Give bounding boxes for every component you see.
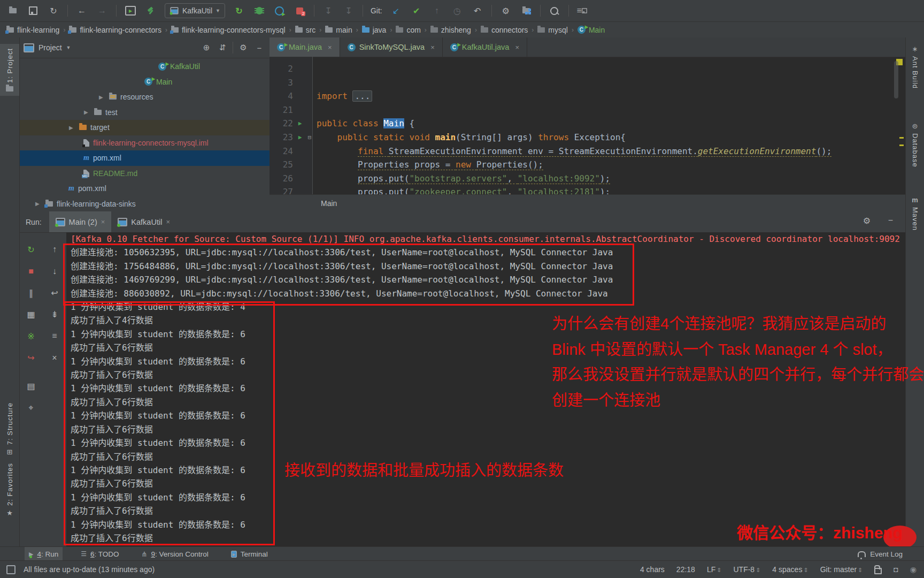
open-folder-icon[interactable] (6, 4, 19, 17)
code-line[interactable]: 23▶⊟ public static void main(String[] ar… (270, 131, 906, 144)
collapse-all-icon[interactable]: ⇵ (217, 43, 228, 52)
forward-icon[interactable]: → (96, 4, 109, 17)
breadcrumb-item[interactable]: zhisheng (429, 26, 472, 34)
tool-button-maven[interactable]: m Maven (906, 196, 924, 231)
git-commit-icon[interactable]: ✔ (410, 4, 423, 17)
tree-item[interactable]: CMain (19, 74, 270, 90)
tool-button-terminal[interactable]: ▸ Terminal (227, 547, 272, 561)
breadcrumb-item[interactable]: src (294, 26, 317, 34)
encoding-widget[interactable]: UTF-8⇕ (733, 565, 760, 574)
rollback-icon[interactable]: ↶ (471, 4, 484, 17)
export-icon[interactable]: ↧ (342, 4, 355, 17)
git-push-icon[interactable]: ↑ (430, 4, 443, 17)
tool-button-run[interactable]: ▶ 4: Run (25, 547, 63, 561)
editor-breadcrumb-item[interactable]: Main (321, 199, 337, 208)
code-line[interactable]: 3 (270, 76, 906, 90)
close-icon[interactable]: × (166, 218, 170, 226)
coverage-icon[interactable] (273, 4, 286, 17)
project-panel-title[interactable]: Project (38, 43, 62, 52)
chevron-down-icon[interactable]: ▼ (66, 45, 71, 50)
fold-icon[interactable]: ⊟ (305, 131, 314, 144)
tree-item[interactable]: flink-learning-connectors-mysql.iml (19, 135, 270, 151)
code-line[interactable]: 4import ... (270, 89, 906, 103)
code-line[interactable]: 24 final StreamExecutionEnvironment env … (270, 144, 906, 158)
code-line[interactable]: 21 (270, 103, 906, 117)
run-tab[interactable]: Main (2)× (49, 211, 112, 232)
settings-wrench-icon[interactable]: ⚙ (499, 4, 512, 17)
tree-item[interactable]: mpom.xml (19, 150, 270, 166)
indent-widget[interactable]: 4 spaces⇕ (772, 565, 808, 574)
close-icon[interactable]: × (328, 43, 332, 51)
down-stacktrace-icon[interactable]: ↓ (44, 261, 65, 283)
code-line[interactable]: 26 props.put("bootstrap.servers", "local… (270, 172, 906, 186)
tool-button-structure[interactable]: 7: Structure ⊞ (0, 402, 19, 456)
tree-item[interactable]: ▶resources (19, 89, 270, 105)
breadcrumb-item[interactable]: flink-learning (5, 26, 60, 34)
run-configuration-select[interactable]: KafkaUtil ▼ (165, 3, 225, 18)
locate-file-icon[interactable]: ⊕ (201, 43, 212, 52)
run-line-icon[interactable]: ▶ (295, 131, 305, 144)
gear-icon[interactable]: ⚙ (863, 216, 871, 226)
breadcrumb-item[interactable]: main (324, 26, 353, 34)
git-branch-widget[interactable]: Git: master⇕ (820, 565, 863, 574)
history-icon[interactable]: ◷ (451, 4, 464, 17)
scroll-to-end-icon[interactable]: ⇟ (44, 304, 65, 326)
pin-tab-icon[interactable]: ⌖ (20, 397, 42, 419)
code-area[interactable]: 234import ...2122▶public class Main {23▶… (270, 57, 906, 195)
breadcrumb-item[interactable]: mysql (536, 26, 569, 34)
chevron-right-icon[interactable]: ▶ (35, 201, 42, 207)
hector-icon[interactable]: ◘ (894, 565, 898, 574)
editor-tab[interactable]: CKafkaUtil.java× (443, 37, 527, 57)
code-line[interactable]: 25 Properties props = new Properties(); (270, 158, 906, 172)
git-update-icon[interactable]: ↙ (390, 4, 403, 17)
breadcrumb-item[interactable]: com (395, 26, 421, 34)
exit-icon[interactable]: ↪ (20, 347, 42, 369)
build-hammer-icon[interactable] (144, 4, 157, 17)
sync-icon[interactable]: ↻ (47, 4, 60, 17)
tree-item[interactable]: ▶test (19, 105, 270, 120)
pause-output-icon[interactable]: ∥ (20, 282, 42, 304)
back-icon[interactable]: ← (75, 4, 88, 17)
run-anything-icon[interactable]: ▶ (124, 4, 137, 17)
run-icon[interactable]: ↻ (233, 4, 245, 17)
code-line[interactable]: 27 props.put("zookeeper.connect", "local… (270, 185, 906, 195)
hide-panel-icon[interactable]: − (888, 216, 893, 225)
tool-button-favorites[interactable]: 2: Favorites ★ (0, 463, 19, 517)
breadcrumb-item[interactable]: CMain (576, 26, 606, 34)
breadcrumb-item[interactable]: java (361, 26, 388, 34)
stop-icon[interactable]: ■ (20, 261, 42, 283)
editor-tab[interactable]: CSinkToMySQL.java× (340, 37, 443, 57)
tree-item[interactable]: ▶target (19, 120, 270, 135)
tree-item[interactable]: ▶flink-learning-data-sinks (19, 196, 270, 212)
run-tab[interactable]: KafkaUtil× (111, 211, 176, 232)
print-icon[interactable]: ≡ (44, 325, 65, 347)
tool-button-ant-build[interactable]: ∗ Ant Build (906, 45, 924, 89)
attach-debugger-icon[interactable]: ※ (20, 325, 42, 347)
tool-button-todo[interactable]: ☰ 6: TODO (76, 547, 123, 561)
notification-icon[interactable]: ◉ (910, 565, 917, 574)
breadcrumb-item[interactable]: flink-learning-connectors (68, 26, 163, 34)
code-line[interactable]: 22▶public class Main { (270, 117, 906, 131)
tree-item[interactable]: CKafkaUtil (19, 59, 270, 74)
hide-panel-icon[interactable]: − (253, 43, 265, 52)
soft-wrap-icon[interactable]: ↩ (44, 282, 65, 304)
chevron-right-icon[interactable]: ▶ (84, 109, 90, 115)
project-structure-icon[interactable] (520, 4, 533, 17)
rerun-icon[interactable]: ↻ (20, 239, 42, 261)
tree-item[interactable]: README.md (19, 166, 270, 181)
close-icon[interactable]: × (515, 43, 519, 51)
tool-button-database[interactable]: ⊜ Database (906, 122, 924, 168)
caret-position-widget[interactable]: 22:18 (676, 565, 695, 574)
line-ending-widget[interactable]: LF⇕ (707, 565, 722, 574)
tree-item[interactable]: mpom.xml (19, 181, 270, 196)
restore-layout-icon[interactable]: ▤ (20, 375, 42, 397)
save-icon[interactable] (27, 4, 40, 17)
tool-button-project[interactable]: 1: Project (0, 44, 19, 96)
close-icon[interactable]: × (430, 43, 435, 51)
lock-icon[interactable] (874, 568, 882, 574)
save-all-icon[interactable]: ≡ (576, 4, 589, 17)
close-icon[interactable]: × (101, 218, 105, 226)
event-log-button[interactable]: Event Log (858, 550, 903, 558)
editor-tab[interactable]: CMain.java× (270, 37, 340, 57)
import-icon[interactable]: ↧ (322, 4, 335, 17)
